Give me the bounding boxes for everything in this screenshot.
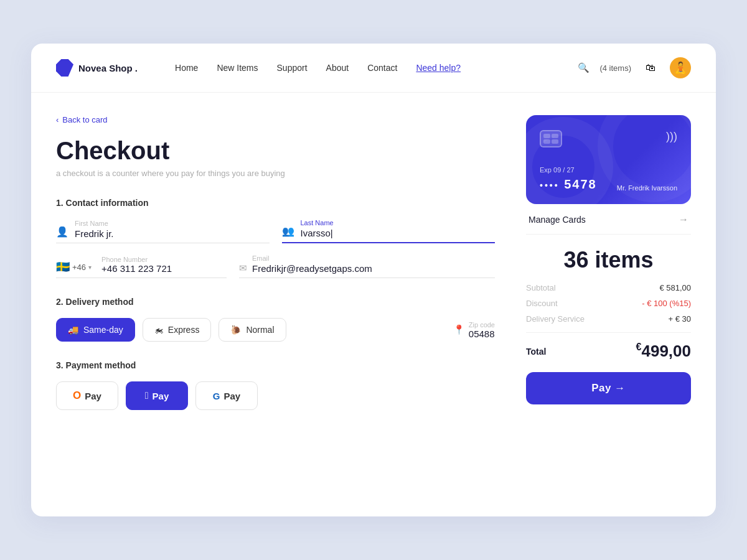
phone-label: Phone Number <box>101 256 172 263</box>
logo-text: Novea Shop . <box>78 63 138 73</box>
zip-value: 05488 <box>469 329 495 339</box>
subtotal-value: € 581,00 <box>659 283 691 292</box>
first-name-label: First Name <box>75 220 270 227</box>
checkout-subtitle: a checkout is a counter where you pay fo… <box>56 169 495 178</box>
apple-pay-label: Pay <box>153 391 169 401</box>
nav-links: Home New Items Support About Contact Nee… <box>175 63 578 73</box>
subtotal-row: Subtotal € 581,00 <box>526 283 691 292</box>
search-icon[interactable]: 🔍 <box>578 62 590 73</box>
sameday-label: Same-day <box>83 325 123 335</box>
nav-support[interactable]: Support <box>277 63 308 73</box>
last-name-field[interactable]: 👥 Last Name Ivarsso| <box>282 219 496 243</box>
contact-section-title: 1. Contact information <box>56 198 495 208</box>
left-panel: ‹ Back to card Checkout a checkout is a … <box>56 115 495 410</box>
flag-code-selector[interactable]: 🇸🇪 +46 ▾ <box>56 260 96 274</box>
flag-icon: 🇸🇪 <box>56 260 70 274</box>
normal-icon: 🐌 <box>230 325 241 335</box>
payment-section-title: 3. Payment method <box>56 360 495 370</box>
delivery-normal-btn[interactable]: 🐌 Normal <box>218 318 286 342</box>
email-icon: ✉ <box>239 263 247 274</box>
cart-count: (4 items) <box>599 63 631 73</box>
card-wifi-icon: ))) <box>666 130 677 143</box>
page-wrapper: Novea Shop . Home New Items Support Abou… <box>0 0 747 560</box>
zip-field[interactable]: 📍 Zip code 05488 <box>453 321 495 339</box>
last-name-value: Ivarsso| <box>301 228 496 238</box>
nav-contact[interactable]: Contact <box>367 63 397 73</box>
avatar[interactable]: 🧘 <box>670 57 691 78</box>
total-value: €499,00 <box>636 342 691 361</box>
delivery-express-btn[interactable]: 🏍 Express <box>143 318 212 342</box>
manage-cards-row[interactable]: Manage Cards → <box>526 204 691 235</box>
email-value: Fredrikjr@readysetgaps.com <box>252 263 495 274</box>
email-field[interactable]: ✉ Email Fredrikjr@readysetgaps.com <box>239 254 495 278</box>
apple-pay-btn[interactable]:  Pay <box>126 381 188 410</box>
delivery-section-title: 2. Delivery method <box>56 297 495 307</box>
delivery-service-label: Delivery Service <box>526 314 585 324</box>
nav-new-items[interactable]: New Items <box>217 63 258 73</box>
phone-email-row: 🇸🇪 +46 ▾ Phone Number +46 311 223 721 ✉ <box>56 254 495 278</box>
navbar: Novea Shop . Home New Items Support Abou… <box>31 44 716 93</box>
apple-pay-icon:  <box>145 390 149 401</box>
express-label: Express <box>168 325 200 335</box>
payment-section: 3. Payment method O Pay  Pay G Pay <box>56 360 495 410</box>
card-top-row: ))) <box>540 130 677 147</box>
items-count: 36 items <box>526 235 691 283</box>
zip-label: Zip code <box>469 321 495 329</box>
first-name-value: Fredrik jr. <box>75 228 270 239</box>
phone-value: +46 311 223 721 <box>101 263 172 274</box>
user-edit-icon: 👥 <box>282 225 294 237</box>
delivery-row: Delivery Service + € 30 <box>526 314 691 324</box>
google-pay-icon: G <box>213 391 220 401</box>
google-pay-label: Pay <box>223 391 240 401</box>
logo-icon <box>56 59 73 77</box>
chevron-down-icon: ▾ <box>88 264 92 271</box>
nav-right: 🔍 (4 items) 🛍 🧘 <box>578 57 691 78</box>
checkout-title: Checkout <box>56 137 495 165</box>
name-row: 👤 First Name Fredrik jr. 👥 Last Name Iva… <box>56 219 495 243</box>
discount-label: Discount <box>526 299 558 308</box>
logo[interactable]: Novea Shop . <box>56 59 138 77</box>
payment-options: O Pay  Pay G Pay <box>56 381 495 410</box>
card-expiry: Exp 09 / 27 <box>540 166 677 174</box>
cart-icon[interactable]: 🛍 <box>641 58 660 77</box>
location-icon: 📍 <box>453 324 465 335</box>
card-number: •••• 5478 <box>540 177 597 192</box>
o-pay-icon: O <box>73 390 81 402</box>
total-label: Total <box>526 347 546 357</box>
main-card: Novea Shop . Home New Items Support Abou… <box>31 44 716 516</box>
manage-cards-label: Manage Cards <box>529 215 586 225</box>
back-link[interactable]: ‹ Back to card <box>56 115 495 124</box>
total-row: Total €499,00 <box>526 342 691 361</box>
main-content: ‹ Back to card Checkout a checkout is a … <box>31 93 716 435</box>
credit-card: ))) Exp 09 / 27 •••• 5478 Mr. Fredrik Iv… <box>526 115 691 204</box>
nav-about[interactable]: About <box>326 63 349 73</box>
discount-value: - € 100 (%15) <box>642 299 691 308</box>
delivery-service-value: + € 30 <box>668 314 691 324</box>
price-divider <box>526 332 691 333</box>
nav-home[interactable]: Home <box>175 63 198 73</box>
manage-cards-arrow-icon: → <box>679 214 688 225</box>
google-pay-btn[interactable]: G Pay <box>195 381 258 410</box>
o-pay-btn[interactable]: O Pay <box>56 381 118 410</box>
subtotal-label: Subtotal <box>526 283 556 292</box>
discount-row: Discount - € 100 (%15) <box>526 299 691 308</box>
avatar-emoji: 🧘 <box>674 61 687 75</box>
card-chip <box>540 130 562 147</box>
delivery-sameday-btn[interactable]: 🚚 Same-day <box>56 318 135 342</box>
normal-label: Normal <box>246 325 274 335</box>
card-bottom-row: •••• 5478 Mr. Fredrik Ivarsson <box>540 177 677 192</box>
sameday-icon: 🚚 <box>68 325 78 335</box>
right-panel: ))) Exp 09 / 27 •••• 5478 Mr. Fredrik Iv… <box>526 115 691 410</box>
last-name-label: Last Name <box>301 219 496 226</box>
express-icon: 🏍 <box>154 325 163 335</box>
delivery-options: 🚚 Same-day 🏍 Express 🐌 Normal 📍 <box>56 318 495 342</box>
email-label: Email <box>252 254 495 262</box>
phone-code: +46 <box>72 263 86 272</box>
nav-help[interactable]: Need help? <box>416 63 461 73</box>
o-pay-label: Pay <box>85 391 101 401</box>
delivery-section: 2. Delivery method 🚚 Same-day 🏍 Express … <box>56 297 495 342</box>
pay-action-button[interactable]: Pay → <box>526 372 691 404</box>
card-holder-name: Mr. Fredrik Ivarsson <box>617 184 677 192</box>
phone-field[interactable]: 🇸🇪 +46 ▾ Phone Number +46 311 223 721 <box>56 254 227 278</box>
first-name-field[interactable]: 👤 First Name Fredrik jr. <box>56 219 270 243</box>
